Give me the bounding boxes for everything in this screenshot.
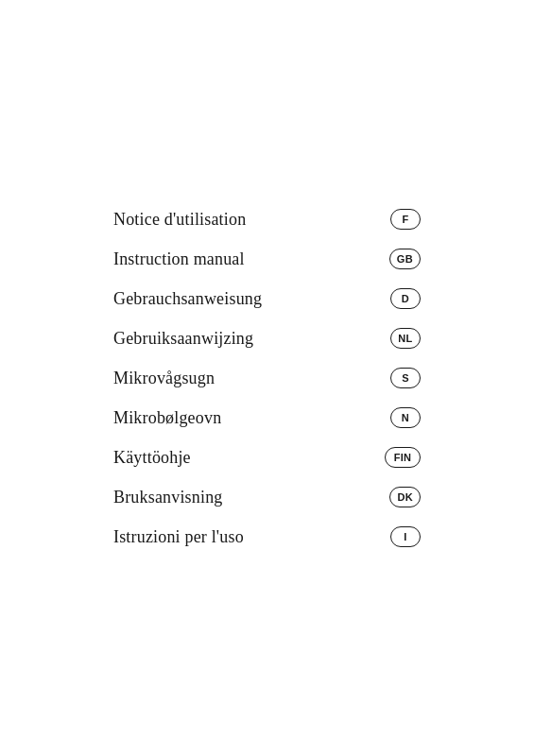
language-badge: NL bbox=[390, 328, 421, 349]
manual-list: Notice d'utilisationFInstruction manualG… bbox=[113, 199, 421, 557]
language-badge: DK bbox=[389, 487, 421, 507]
manual-label: Notice d'utilisation bbox=[113, 210, 246, 230]
list-item: Instruction manualGB bbox=[113, 239, 421, 279]
language-badge: F bbox=[390, 209, 421, 230]
list-item: GebrauchsanweisungD bbox=[113, 279, 421, 318]
list-item: MikrovågsugnS bbox=[113, 358, 421, 398]
language-badge: S bbox=[390, 368, 421, 388]
manual-label: Mikrobølgeovn bbox=[113, 408, 221, 428]
list-item: MikrobølgeovnN bbox=[113, 398, 421, 438]
manual-label: Gebrauchsanweisung bbox=[113, 289, 262, 309]
language-badge: D bbox=[390, 288, 421, 309]
manual-label: Gebruiksaanwijzing bbox=[113, 329, 253, 349]
list-item: GebruiksaanwijzingNL bbox=[113, 318, 421, 358]
list-item: BruksanvisningDK bbox=[113, 477, 421, 517]
page-container: Notice d'utilisationFInstruction manualG… bbox=[0, 0, 534, 756]
list-item: Istruzioni per l'usoI bbox=[113, 517, 421, 557]
language-badge: FIN bbox=[385, 447, 421, 468]
list-item: KäyttöohjeFIN bbox=[113, 438, 421, 477]
language-badge: N bbox=[390, 407, 421, 428]
list-item: Notice d'utilisationF bbox=[113, 199, 421, 239]
manual-label: Bruksanvisning bbox=[113, 488, 223, 507]
manual-label: Mikrovågsugn bbox=[113, 369, 215, 388]
manual-label: Käyttöohje bbox=[113, 448, 191, 468]
language-badge: I bbox=[390, 526, 421, 547]
language-badge: GB bbox=[389, 249, 421, 269]
manual-label: Instruction manual bbox=[113, 249, 245, 269]
manual-label: Istruzioni per l'uso bbox=[113, 527, 244, 547]
